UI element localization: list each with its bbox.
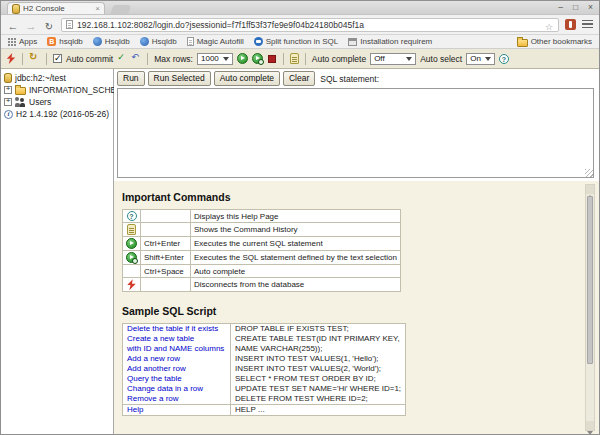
command-row: Disconnects from the database [123,278,401,292]
tab-h2-console[interactable]: H2 Console × [7,2,105,14]
tree-item[interactable]: + Users [4,96,113,108]
command-row: Shift+Enter Executes the SQL statement d… [123,251,401,265]
sample-sql-text: HELP ... [231,405,406,416]
h2-toolbar: Auto commit Max rows: 1000 Auto complete… [1,49,599,69]
refresh-tree-icon[interactable] [29,53,40,64]
bookmark-item[interactable]: Apps [8,37,37,46]
bookmark-item[interactable]: Split function in SQL [254,37,338,46]
sample-link[interactable]: Help [123,405,231,416]
scroll-up-icon[interactable] [586,185,594,194]
maximize-button[interactable]: □ [573,2,578,13]
sample-link[interactable]: Remove a row [123,394,231,405]
sample-row: Help HELP ... [123,405,406,416]
sample-sql-text: INSERT INTO TEST VALUES(1, 'Hello'); [231,354,406,364]
max-rows-label: Max rows: [154,54,193,64]
resize-handle[interactable] [585,169,593,177]
back-icon[interactable] [7,19,19,31]
scrollbar-thumb[interactable] [587,196,593,364]
sample-sql-text: UPDATE TEST SET NAME='Hi' WHERE ID=1; [231,384,406,394]
chevron-down-icon [485,57,491,61]
query-button[interactable]: Clear [283,71,315,86]
sample-row: Change data in a row UPDATE TEST SET NAM… [123,384,406,394]
folder-icon [15,87,26,95]
chevron-down-icon [223,57,229,61]
sample-sql-table: Delete the table if it exists DROP TABLE… [122,323,406,416]
bookmark-item[interactable]: Installation requirem [348,37,432,46]
url-bar: 192.168.1.102:8082/login.do?jsessionid=f… [1,15,599,35]
sample-row: Add another row INSERT INTO TEST VALUES(… [123,364,406,374]
help-scrollbar[interactable] [585,184,595,431]
rollback-icon[interactable] [131,54,141,64]
expand-icon[interactable]: + [4,98,12,106]
history-icon[interactable] [290,53,299,64]
important-commands-title: Important Commands [122,191,581,203]
tree-item[interactable]: + INFORMATION_SCHEMA [4,84,113,96]
reload-icon[interactable] [43,19,55,31]
query-button[interactable]: Auto complete [214,71,280,86]
bookmark-item[interactable]: Magic Autofill [187,37,244,46]
tree-item[interactable]: H2 1.4.192 (2016-05-26) [4,108,113,120]
forward-icon[interactable] [25,19,37,31]
toolbar-separator [22,53,23,65]
max-rows-select[interactable]: 1000 [197,53,233,65]
query-button[interactable]: Run Selected [148,71,211,86]
sample-row: Add a new row INSERT INTO TEST VALUES(1,… [123,354,406,364]
run-selected-icon[interactable] [252,53,263,64]
info-icon [4,110,13,119]
command-row: Shows the Command History [123,223,401,237]
auto-complete-label: Auto complete [312,54,366,64]
tree-item[interactable]: jdbc:h2:~/test [4,72,113,84]
sql-area-wrap [117,88,594,178]
tab-title: H2 Console [23,4,92,13]
toolbar-separator [305,53,306,65]
sample-sql-text: CREATE TABLE TEST(ID INT PRIMARY KEY, NA… [231,334,406,354]
other-bookmarks-button[interactable]: Other bookmarks [517,37,592,47]
main-panel: Run Run Selected Auto complete Clear SQL… [114,69,599,434]
query-button-row: Run Run Selected Auto complete Clear SQL… [114,69,599,88]
disconnect-icon [127,279,137,290]
auto-commit-checkbox[interactable] [53,54,62,63]
sample-link[interactable]: Add a new row [123,354,231,364]
blue-globe-icon [140,37,149,46]
run-icon[interactable] [237,53,248,64]
command-row: Ctrl+Enter Executes the current SQL stat… [123,237,401,251]
extension-icon[interactable] [565,19,576,30]
sample-link[interactable]: Delete the table if it exists [123,324,231,335]
menu-icon[interactable] [582,20,593,29]
sample-sql-text: DROP TABLE IF EXISTS TEST; [231,324,406,335]
disconnect-icon[interactable] [6,53,16,64]
tab-close-icon[interactable]: × [95,5,100,13]
scroll-down-icon[interactable] [586,421,594,430]
sql-statement-input[interactable] [117,88,594,178]
sample-link[interactable]: Add another row [123,364,231,374]
minimize-button[interactable]: – [558,2,563,13]
help-icon[interactable] [499,54,509,64]
bookmark-item[interactable]: Hsqldb [93,37,130,46]
bookmark-item[interactable]: Hsqldb [140,37,177,46]
sample-link[interactable]: Create a new table with ID and NAME colu… [123,334,231,354]
auto-complete-select[interactable]: Off [370,53,416,65]
apps-grid-icon [8,38,16,46]
auto-select-select[interactable]: On [466,53,495,65]
bookmark-item[interactable]: hsqldb [47,37,83,46]
command-row: Displays this Help Page [123,210,401,223]
sample-row: Remove a row DELETE FROM TEST WHERE ID=2… [123,394,406,405]
blue-globe-icon [93,37,102,46]
sample-link[interactable]: Query the table [123,374,231,384]
new-tab-button[interactable] [110,5,132,14]
query-button[interactable]: Run [117,71,145,86]
database-icon [4,73,12,83]
url-text[interactable]: 192.168.1.102:8082/login.do?jsessionid=f… [77,20,540,30]
window-controls: – □ × [558,2,593,13]
omnibox[interactable]: 192.168.1.102:8082/login.do?jsessionid=f… [61,18,559,32]
sample-row: Delete the table if it exists DROP TABLE… [123,324,406,335]
auto-select-label: Auto select [420,54,462,64]
bookmark-star-icon[interactable] [544,20,554,30]
expand-icon[interactable]: + [4,86,12,94]
sample-link[interactable]: Change data in a row [123,384,231,394]
commit-icon[interactable] [117,54,127,64]
window-close-button[interactable]: × [588,2,593,13]
tab-strip: H2 Console × – □ × [1,1,599,15]
blogger-b-icon [47,37,56,46]
cancel-icon[interactable] [268,55,276,63]
